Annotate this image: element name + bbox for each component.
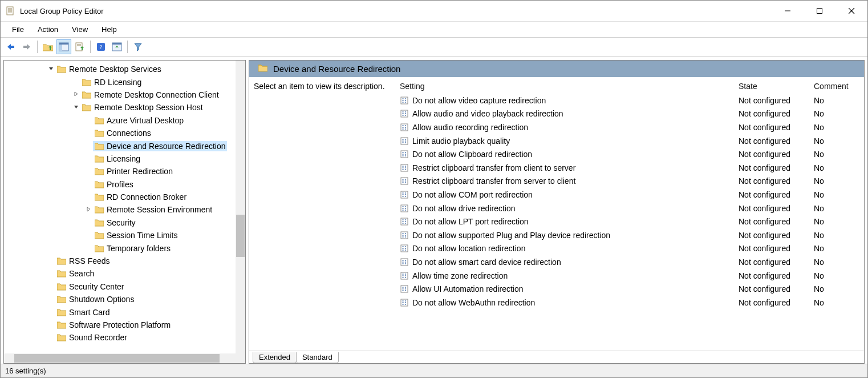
svg-rect-112 (401, 272, 408, 279)
tree-node[interactable]: Security Center (4, 280, 245, 293)
titlebar: Local Group Policy Editor (1, 1, 867, 21)
list-item[interactable]: Do not allow LPT port redirectionNot con… (399, 215, 864, 228)
svg-point-132 (405, 304, 406, 305)
tree-node[interactable]: Remote Desktop Session Host (4, 101, 245, 114)
setting-name: Do not allow location redirection (412, 244, 525, 253)
list-item[interactable]: Do not allow supported Plug and Play dev… (399, 228, 864, 242)
list-item[interactable]: Do not allow smart card device redirecti… (399, 255, 864, 269)
svg-point-32 (405, 111, 406, 112)
menu-help[interactable]: Help (95, 23, 124, 36)
tree-vscrollbar[interactable] (236, 61, 245, 363)
tree-node[interactable]: Temporary folders (4, 242, 245, 254)
tree-node[interactable]: Device and Resource Redirection (4, 139, 245, 152)
tree-node[interactable]: Connections (4, 127, 245, 139)
setting-comment: No (814, 190, 864, 199)
expander-icon[interactable] (71, 91, 80, 98)
list-item[interactable]: Do not allow Clipboard redirectionNot co… (399, 147, 864, 161)
list-item[interactable]: Do not allow COM port redirectionNot con… (399, 188, 864, 202)
tree-node[interactable]: Profiles (4, 178, 245, 191)
statusbar: 16 setting(s) (1, 364, 867, 377)
expander-icon[interactable] (84, 207, 93, 213)
tree-node[interactable]: RD Connection Broker (4, 191, 245, 203)
forward-icon[interactable] (19, 39, 34, 54)
tree-node[interactable]: Remote Desktop Connection Client (4, 89, 245, 101)
details-header-band: Device and Resource Redirection (249, 61, 864, 77)
tree-node[interactable]: RD Licensing (4, 75, 245, 88)
maximize-button[interactable] (804, 1, 835, 21)
column-header-comment[interactable]: Comment (814, 82, 864, 91)
list-item[interactable]: Allow time zone redirectionNot configure… (399, 269, 864, 283)
tree-node-label: Remote Desktop Services (69, 65, 161, 74)
tree-node-label: Temporary folders (107, 244, 171, 253)
tree-node[interactable]: Session Time Limits (4, 229, 245, 242)
close-button[interactable] (835, 1, 867, 21)
svg-point-97 (405, 236, 406, 238)
tree-node-label: RD Connection Broker (107, 192, 186, 202)
setting-name: Restrict clipboard transfer from server … (412, 176, 575, 186)
details-header-title: Device and Resource Redirection (273, 64, 400, 74)
list-item[interactable]: Do not allow location redirectionNot con… (399, 242, 864, 256)
setting-comment: No (814, 109, 864, 118)
column-header-state[interactable]: State (739, 82, 814, 91)
list-item[interactable]: Do not allow WebAuthn redirectionNot con… (399, 296, 864, 309)
minimize-button[interactable] (772, 1, 804, 21)
svg-point-68 (405, 180, 406, 182)
export-list-icon[interactable] (72, 39, 87, 54)
menu-file[interactable]: File (5, 23, 31, 36)
tree-node[interactable]: Remote Session Environment (4, 203, 245, 216)
svg-point-118 (405, 277, 406, 278)
svg-point-55 (405, 155, 406, 156)
tree-node[interactable]: Azure Virtual Desktop (4, 114, 245, 127)
list-item[interactable]: Allow audio and video playback redirecti… (399, 107, 864, 121)
tree-node[interactable]: Smart Card (4, 305, 245, 318)
filter-icon[interactable] (131, 39, 145, 54)
tree[interactable]: Remote Desktop ServicesRD LicensingRemot… (4, 61, 245, 344)
tree-node[interactable]: Software Protection Platform (4, 319, 245, 331)
tree-node[interactable]: Sound Recorder (4, 331, 245, 344)
column-headers[interactable]: Setting State Comment (399, 82, 864, 94)
svg-point-130 (405, 300, 406, 301)
policy-icon (400, 271, 409, 280)
tree-node[interactable]: Remote Desktop Services (4, 63, 245, 75)
policy-icon (400, 190, 409, 199)
show-hide-action-icon[interactable] (109, 39, 124, 54)
folder-icon (82, 103, 92, 112)
list-item[interactable]: Do not allow video capture redirectionNo… (399, 94, 864, 107)
tree-node-label: Security (107, 218, 136, 227)
folder-icon (56, 282, 67, 291)
svg-point-116 (405, 274, 406, 275)
column-header-setting[interactable]: Setting (399, 82, 739, 91)
expander-icon[interactable] (46, 66, 55, 73)
tab-extended[interactable]: Extended (253, 352, 297, 363)
list-item[interactable]: Restrict clipboard transfer from server … (399, 175, 864, 188)
tree-node-label: Azure Virtual Desktop (107, 116, 184, 125)
setting-name: Allow time zone redirection (412, 271, 508, 280)
expander-icon[interactable] (71, 104, 80, 111)
menu-view[interactable]: View (65, 23, 95, 36)
tree-node[interactable]: Printer Redirection (4, 165, 245, 178)
svg-rect-119 (401, 285, 408, 292)
folder-icon (94, 231, 104, 240)
setting-name: Do not allow Clipboard redirection (412, 150, 532, 159)
tree-hscrollbar[interactable] (4, 353, 236, 363)
up-icon[interactable] (40, 39, 55, 54)
show-hide-tree-icon[interactable] (56, 39, 71, 54)
tab-standard[interactable]: Standard (296, 352, 339, 363)
tree-node[interactable]: RSS Feeds (4, 255, 245, 267)
list-item[interactable]: Restrict clipboard transfer from client … (399, 161, 864, 175)
svg-rect-126 (401, 299, 408, 306)
svg-point-103 (405, 248, 406, 249)
tree-node[interactable]: Shutdown Options (4, 293, 245, 305)
menu-action[interactable]: Action (31, 23, 65, 36)
help-icon[interactable]: ? (94, 39, 108, 54)
tree-node[interactable]: Licensing (4, 152, 245, 165)
tree-node[interactable]: Search (4, 267, 245, 280)
list-item[interactable]: Limit audio playback qualityNot configur… (399, 134, 864, 148)
tree-node-label: Search (69, 269, 94, 278)
svg-point-34 (405, 115, 406, 116)
list-item[interactable]: Do not allow drive redirectionNot config… (399, 202, 864, 215)
list-item[interactable]: Allow audio recording redirectionNot con… (399, 120, 864, 134)
back-icon[interactable] (3, 39, 18, 54)
list-item[interactable]: Allow UI Automation redirectionNot confi… (399, 282, 864, 296)
tree-node[interactable]: Security (4, 216, 245, 229)
